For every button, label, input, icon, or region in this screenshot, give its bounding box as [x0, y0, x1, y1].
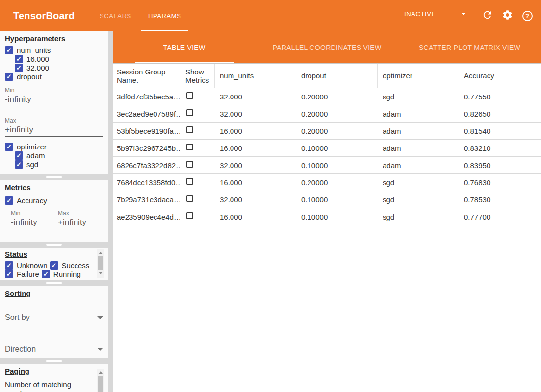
- hparam-value-checkbox-row[interactable]: 16.000: [15, 54, 103, 63]
- table-row: 3ec2aed9e07589f… 32.000 0.20000 adam 0.8…: [113, 105, 541, 122]
- settings-button[interactable]: [501, 10, 513, 22]
- show-metrics-checkbox[interactable]: [186, 178, 193, 185]
- tab-scalars[interactable]: SCALARS: [100, 0, 131, 31]
- checkbox-checked-icon[interactable]: [5, 196, 13, 205]
- refresh-button[interactable]: [481, 10, 493, 22]
- scroll-up-icon[interactable]: [99, 371, 103, 374]
- checkbox-checked-icon[interactable]: [42, 270, 50, 278]
- optimizer-cell: sgd: [378, 196, 459, 204]
- max-field-input[interactable]: +infinity: [5, 124, 103, 137]
- show-metrics-checkbox[interactable]: [186, 109, 193, 116]
- status-checkbox-row[interactable]: Running: [42, 270, 81, 278]
- accuracy-cell: 0.77700: [459, 213, 541, 221]
- session-group-name: 53bf5bece9190fa…: [113, 127, 180, 135]
- checkbox-checked-icon[interactable]: [15, 55, 23, 63]
- metric-checkbox-row[interactable]: Accuracy: [5, 196, 103, 205]
- tab-hparams[interactable]: HPARAMS: [148, 0, 181, 31]
- checkbox-checked-icon[interactable]: [5, 270, 13, 278]
- hparam-value-checkbox-row[interactable]: sgd: [15, 160, 103, 169]
- scrollbar-thumb[interactable]: [98, 256, 103, 270]
- dropout-cell: 0.10000: [296, 213, 378, 221]
- tab-scatter-plot-matrix-view[interactable]: SCATTER PLOT MATRIX VIEW: [398, 31, 541, 63]
- session-group-name: 7684dcc13358fd0…: [113, 178, 180, 187]
- hparam-value-label: adam: [26, 151, 45, 160]
- status-scrollbar[interactable]: [97, 249, 104, 278]
- checkbox-checked-icon[interactable]: [5, 261, 13, 270]
- sort-by-value: Sort by: [5, 313, 30, 322]
- optimizer-cell: adam: [378, 161, 459, 170]
- checkbox-checked-icon[interactable]: [50, 261, 58, 270]
- section-resize-handle[interactable]: [0, 242, 108, 248]
- help-button[interactable]: ?: [521, 10, 533, 22]
- checkbox-checked-icon[interactable]: [15, 160, 23, 169]
- accuracy-cell: 0.76830: [459, 178, 541, 187]
- chevron-down-icon: [461, 13, 466, 15]
- direction-select[interactable]: Direction: [5, 345, 103, 357]
- show-metrics-checkbox[interactable]: [186, 212, 193, 219]
- hparam-checkbox-row[interactable]: dropout: [5, 72, 103, 81]
- paging-scrollbar[interactable]: [97, 369, 104, 392]
- num-units-cell: 16.000: [215, 127, 296, 135]
- table-row: ae235909ec4e4d… 16.000 0.10000 sgd 0.777…: [113, 208, 541, 225]
- section-resize-handle[interactable]: [0, 174, 108, 180]
- scrollbar-thumb[interactable]: [98, 376, 103, 392]
- table-row: 53bf5bece9190fa… 16.000 0.20000 adam 0.8…: [113, 122, 541, 140]
- accuracy-cell: 0.83950: [459, 161, 541, 170]
- show-metrics-checkbox[interactable]: [186, 195, 193, 202]
- accuracy-cell: 0.81540: [459, 127, 541, 135]
- checkbox-checked-icon[interactable]: [5, 73, 13, 81]
- chevron-down-icon: [97, 316, 103, 319]
- help-icon: ?: [522, 11, 533, 21]
- show-metrics-checkbox[interactable]: [186, 126, 193, 133]
- min-field-input[interactable]: -infinity: [11, 217, 50, 229]
- checkbox-checked-icon[interactable]: [15, 64, 23, 72]
- num-units-cell: 32.000: [215, 196, 296, 204]
- show-metrics-checkbox[interactable]: [186, 161, 193, 168]
- status-checkbox-row[interactable]: Success: [50, 261, 90, 270]
- sort-by-select[interactable]: Sort by: [5, 313, 103, 325]
- tab-table-view[interactable]: TABLE VIEW: [113, 31, 256, 63]
- optimizer-cell: sgd: [378, 178, 459, 187]
- status-label: Unknown: [17, 261, 48, 270]
- section-resize-handle[interactable]: [0, 358, 108, 364]
- status-checkbox-row[interactable]: Failure: [5, 270, 39, 278]
- section-title: Sorting: [5, 289, 103, 297]
- min-field-label: Min: [5, 87, 103, 94]
- hparam-checkbox-row[interactable]: optimizer: [5, 142, 103, 151]
- optimizer-cell: adam: [378, 110, 459, 118]
- column-header-accuracy[interactable]: Accuracy: [459, 64, 541, 88]
- checkbox-checked-icon[interactable]: [5, 46, 13, 54]
- tab-parallel-coordinates-view[interactable]: PARALLEL COORDINATES VIEW: [256, 31, 398, 63]
- min-field-input[interactable]: -infinity: [5, 94, 103, 106]
- column-header-session-group-name[interactable]: Session Group Name.: [113, 64, 180, 88]
- section-title: Metrics: [5, 183, 103, 192]
- scroll-up-icon[interactable]: [99, 252, 103, 254]
- section-hyperparameters: Hyperparameters num_units 16.000 32.000: [0, 31, 108, 174]
- status-checkbox-row[interactable]: Unknown: [5, 261, 48, 270]
- scroll-down-icon[interactable]: [99, 272, 103, 274]
- hparam-value-checkbox-row[interactable]: adam: [15, 151, 103, 160]
- hparams-sidebar: Hyperparameters num_units 16.000 32.000: [0, 31, 113, 392]
- reload-status-dropdown[interactable]: INACTIVE: [404, 10, 468, 21]
- show-metrics-checkbox[interactable]: [186, 92, 193, 99]
- section-metrics: Metrics Accuracy Min -infinity Max +infi…: [0, 180, 108, 242]
- session-group-name: 3df0d7cf35bec5a…: [113, 93, 180, 101]
- num-units-cell: 32.000: [215, 110, 296, 118]
- hparam-checkbox-row[interactable]: num_units: [5, 46, 103, 54]
- checkbox-checked-icon[interactable]: [5, 143, 13, 151]
- hparam-value-checkbox-row[interactable]: 32.000: [15, 63, 103, 72]
- show-metrics-checkbox[interactable]: [186, 144, 193, 150]
- table-row: 3df0d7cf35bec5a… 32.000 0.20000 sgd 0.77…: [113, 88, 541, 105]
- table-header: Session Group Name. Show Metrics num_uni…: [113, 63, 541, 88]
- column-header-num-units[interactable]: num_units: [215, 64, 296, 88]
- status-label: Success: [62, 261, 90, 270]
- column-header-show-metrics[interactable]: Show Metrics: [180, 64, 215, 88]
- section-resize-handle[interactable]: [0, 280, 108, 286]
- drag-handle-icon: [46, 282, 62, 284]
- num-units-cell: 16.000: [215, 178, 296, 187]
- hparams-main: TABLE VIEW PARALLEL COORDINATES VIEW SCA…: [113, 31, 541, 392]
- column-header-dropout[interactable]: dropout: [296, 64, 378, 88]
- column-header-optimizer[interactable]: optimizer: [378, 64, 459, 88]
- checkbox-checked-icon[interactable]: [15, 151, 23, 160]
- max-field-input[interactable]: +infinity: [58, 217, 97, 229]
